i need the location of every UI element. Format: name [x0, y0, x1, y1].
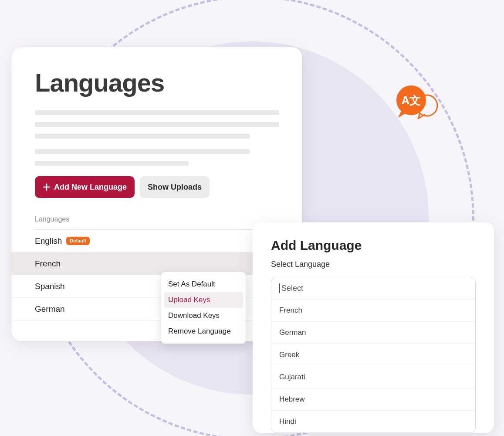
language-name: French [35, 259, 61, 269]
add-language-title: Add Language [271, 238, 476, 253]
text-cursor [279, 283, 280, 293]
select-placeholder: Select [281, 284, 303, 293]
description-placeholder [35, 110, 279, 139]
language-name: English [35, 236, 62, 246]
page-title: Languages [35, 68, 279, 97]
language-option[interactable]: Greek [271, 344, 475, 366]
add-language-panel: Add Language Select Language Select Fren… [253, 222, 494, 433]
default-badge: Default [66, 237, 89, 245]
language-option[interactable]: French [271, 300, 475, 322]
action-buttons: Add New Language Show Uploads [35, 176, 279, 198]
context-menu: Set As DefaultUpload KeysDownload KeysRe… [161, 272, 246, 344]
description-placeholder-2 [35, 149, 279, 166]
options-list: FrenchGermanGreekGujaratiHebrewHindi [271, 300, 475, 433]
menu-item[interactable]: Set As Default [164, 276, 243, 292]
show-uploads-label: Show Uploads [148, 183, 202, 192]
skeleton-line [35, 161, 189, 166]
select-language-label: Select Language [271, 260, 476, 269]
language-name: German [35, 304, 65, 314]
language-option[interactable]: Hindi [271, 411, 475, 433]
add-language-label: Add New Language [54, 183, 127, 192]
add-language-button[interactable]: Add New Language [35, 176, 135, 198]
list-header: Languages [35, 215, 279, 230]
menu-item[interactable]: Upload Keys [164, 292, 243, 308]
menu-item[interactable]: Remove Language [164, 324, 243, 339]
language-option[interactable]: German [271, 322, 475, 344]
language-option[interactable]: Hebrew [271, 388, 475, 411]
skeleton-line [35, 149, 250, 154]
skeleton-line [35, 110, 279, 115]
language-name: Spanish [35, 282, 65, 291]
svg-text:A文: A文 [402, 94, 421, 107]
select-input[interactable]: Select [271, 277, 475, 300]
menu-item[interactable]: Download Keys [164, 308, 243, 324]
language-select[interactable]: Select FrenchGermanGreekGujaratiHebrewHi… [271, 277, 476, 433]
show-uploads-button[interactable]: Show Uploads [140, 176, 210, 198]
language-option[interactable]: Gujarati [271, 366, 475, 388]
skeleton-line [35, 134, 250, 139]
translate-icon-badge: A文 [392, 83, 440, 128]
plus-icon [43, 183, 51, 191]
skeleton-line [35, 122, 279, 127]
